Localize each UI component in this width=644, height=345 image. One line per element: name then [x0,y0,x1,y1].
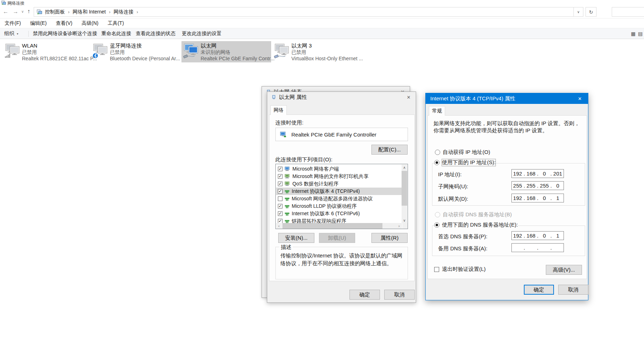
address-bar[interactable]: 控制面板 › 网络和 Internet › 网络连接 › [34,7,574,17]
list-item-lldp[interactable]: ✓ Microsoft LLDP 协议驱动程序 [276,202,402,210]
radio-manual-dns[interactable]: 使用下面的 DNS 服务器地址(E): [434,222,518,228]
radio-auto-ip-label: 自动获得 IP 地址(O) [443,149,490,156]
properties-close-button[interactable]: ✕ [402,92,416,102]
subnet-mask-field[interactable]: 255. 255. 255. 0 [511,181,564,190]
breadcrumb-network-and-internet[interactable]: 网络和 Internet [70,9,108,15]
radio-circle-selected[interactable] [434,160,439,165]
manual-dns-groupbox: 使用下面的 DNS 服务器地址(E): 首选 DNS 服务器(P): 192. … [432,226,585,256]
diagnose-command[interactable]: 诊断这个连接 [67,28,97,39]
menu-tools[interactable]: 工具(T) [103,20,129,27]
breadcrumb-network-connections[interactable]: 网络连接 [111,9,136,15]
change-settings-command[interactable]: 更改此连接的设置 [182,28,222,39]
checkbox-checked[interactable]: ✓ [278,182,282,186]
connection-tile-wlan[interactable]: WLAN 已禁用 Realtek RTL8821CE 802.11ac P... [3,41,90,62]
ipv4-ok-button[interactable]: 确定 [524,285,554,295]
ipv4-ok-button-label: 确定 [534,286,544,293]
breadcrumb-control-panel[interactable]: 控制面板 [43,9,67,15]
bluetooth-adapter-icon [92,44,108,59]
connection-tile-bluetooth[interactable]: 蓝牙网络连接 已禁用 Bluetooth Device (Personal Ar… [91,41,180,62]
back-icon[interactable]: ← [3,9,9,15]
ipv4-dialog-titlebar[interactable]: Internet 协议版本 4 (TCP/IPv4) 属性 [426,93,588,104]
radio-manual-ip[interactable]: 使用下面的 IP 地址(S): [434,159,495,166]
wifi-adapter-icon [4,44,21,59]
validate-settings-row[interactable]: 退出时验证设置(L) [434,266,486,273]
scroll-right-icon[interactable]: › [396,223,402,229]
properties-dialog-titlebar[interactable]: 以太网 属性 [267,92,416,102]
checkbox-checked[interactable]: ✓ [278,167,282,171]
checkbox-unchecked[interactable] [278,196,282,201]
forward-icon[interactable]: → [13,9,18,15]
protocol-icon [285,197,290,201]
list-item-client[interactable]: ✓ Microsoft 网络客户端 [276,165,402,173]
ip-octet: 0 [539,195,550,201]
checkbox-checked[interactable]: ✓ [278,204,282,208]
list-item-multiplexor[interactable]: Microsoft 网络适配器多路传送器协议 [276,195,402,202]
list-item-ipv4[interactable]: ✓ Internet 协议版本 4 (TCP/IPv4) [276,188,402,195]
uninstall-button[interactable]: 卸载(U) [319,233,355,243]
ip-address-field[interactable]: 192. 168. 0. 201 [511,169,564,178]
ip-octet: 0 [539,171,550,177]
menu-advanced[interactable]: 高级(N) [77,20,103,27]
radio-auto-ip[interactable]: 自动获得 IP 地址(O) [435,149,490,156]
description-groupbox: 描述 传输控制协议/Internet 协议。该协议是默认的广域网络协议，用于在不… [275,247,408,279]
configure-button[interactable]: 配置(C)... [371,145,408,155]
address-dropdown-button[interactable]: ∨ [574,7,583,17]
radio-circle-disabled[interactable] [435,212,440,217]
view-status-command[interactable]: 查看此连接的状态 [136,28,175,39]
horizontal-scroll-thumb[interactable] [282,223,382,229]
connection-tile-ethernet[interactable]: 以太网 未识别的网络 Realtek PCIe GbE Family Contr… [181,41,271,62]
radio-circle[interactable] [435,150,440,155]
radio-circle-selected[interactable] [434,222,439,228]
validate-checkbox[interactable] [434,267,439,272]
install-button[interactable]: 安装(N)... [278,233,314,243]
disable-device-command[interactable]: 禁用此网络设备 [33,28,68,39]
search-input[interactable] [612,7,644,17]
list-item-label: Internet 协议版本 4 (TCP/IPv4) [292,188,360,195]
refresh-button[interactable]: ↻ [586,7,597,17]
menu-view[interactable]: 查看(V) [51,20,77,27]
menu-file[interactable]: 文件(F) [0,20,26,27]
list-item-file-print-sharing[interactable]: ✓ Microsoft 网络的文件和打印机共享 [276,173,402,180]
ip-octet: 201 [552,171,564,177]
scroll-up-icon[interactable]: ∧ [402,165,407,170]
subnet-mask-label: 子网掩码(U): [438,183,468,190]
default-gateway-field[interactable]: 192. 168. 0. 1 [511,194,564,202]
connection-tile-ethernet3[interactable]: 以太网 3 已禁用 VirtualBox Host-Only Ethernet … [272,41,363,62]
scroll-down-icon[interactable]: ∨ [402,217,407,223]
rename-command[interactable]: 重命名此连接 [101,28,131,39]
view-list-icon[interactable]: ▤ [638,28,643,39]
vertical-scroll-thumb[interactable] [402,171,407,206]
scroll-left-icon[interactable]: ‹ [276,223,282,229]
item-properties-button[interactable]: 属性(R) [371,233,408,243]
ip-octet: 0 [539,233,550,239]
screen: 网络连接 ← → ∨ ↑ 控制面板 › 网络和 Internet › 网络连接 … [0,0,644,345]
list-item-qos[interactable]: ✓ QoS 数据包计划程序 [276,180,402,188]
list-item-ipv6[interactable]: ✓ Internet 协议版本 6 (TCP/IPv6) [276,210,402,217]
network-adapter-icon [280,132,286,138]
cancel-button[interactable]: 取消 [384,290,415,300]
vertical-scrollbar[interactable]: ∧ ∨ [402,165,407,223]
radio-auto-dns[interactable]: 自动获得 DNS 服务器地址(B) [435,211,512,218]
up-icon[interactable]: ↑ [27,9,30,14]
menu-edit[interactable]: 编辑(E) [26,20,51,27]
checkbox-checked[interactable]: ✓ [278,174,282,179]
tab-network[interactable]: 网络 [270,105,287,115]
ipv4-cancel-button-label: 取消 [568,286,579,293]
manual-ip-groupbox: 使用下面的 IP 地址(S): IP 地址(I): 192. 168. 0. 2… [432,163,585,206]
view-tiles-icon[interactable]: ▦ [631,28,635,39]
configure-button-label: 配置(C)... [378,146,401,153]
horizontal-scrollbar[interactable]: ‹ › [276,223,402,229]
ipv4-cancel-button[interactable]: 取消 [558,285,588,295]
ipv4-close-button[interactable]: ✕ [572,93,588,104]
organize-button[interactable]: 组织 ▼ [4,28,19,39]
protocol-icon [285,212,290,216]
preferred-dns-field[interactable]: 192. 168. 0. 1 [511,231,564,240]
checkbox-checked[interactable]: ✓ [278,189,282,194]
ip-dot: . [550,245,552,251]
ok-button[interactable]: 确定 [349,290,380,300]
alternate-dns-field[interactable]: . . . [511,243,564,252]
history-dropdown-icon[interactable]: ∨ [21,10,24,13]
advanced-button[interactable]: 高级(V)... [546,265,582,275]
checkbox-checked[interactable]: ✓ [278,211,282,216]
tab-general[interactable]: 常规 [429,106,445,116]
